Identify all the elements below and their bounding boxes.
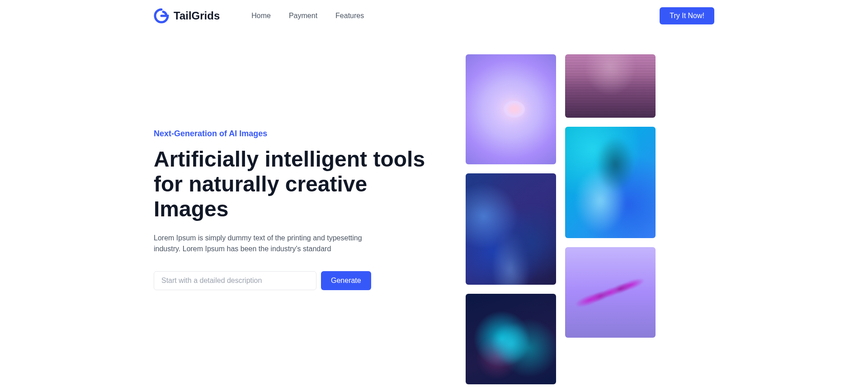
primary-nav: Home Payment Features <box>251 12 364 20</box>
brand-name: TailGrids <box>174 10 220 22</box>
gallery-column-2 <box>565 54 656 384</box>
gallery-image-oil-slick <box>466 294 556 384</box>
gallery-image-volcano <box>565 54 656 118</box>
hero-section: Next-Generation of AI Images Artificiall… <box>154 32 714 384</box>
nav-link-home[interactable]: Home <box>251 12 271 20</box>
nav-link-features[interactable]: Features <box>335 12 364 20</box>
site-header: TailGrids Home Payment Features Try It N… <box>154 0 714 32</box>
prompt-input[interactable] <box>154 271 316 290</box>
hero-headline: Artificially intelligent tools for natur… <box>154 147 443 222</box>
logo-icon <box>154 8 169 24</box>
gallery-image-liquid-metal <box>466 173 556 285</box>
gallery-image-brain <box>466 54 556 164</box>
brand-logo[interactable]: TailGrids <box>154 8 220 24</box>
hero-content: Next-Generation of AI Images Artificiall… <box>154 54 443 384</box>
gallery-image-spiral <box>565 247 656 338</box>
generate-button[interactable]: Generate <box>321 271 371 290</box>
hero-eyebrow: Next-Generation of AI Images <box>154 129 443 139</box>
image-gallery <box>466 54 656 384</box>
nav-link-payment[interactable]: Payment <box>289 12 317 20</box>
gallery-image-cyan-wave <box>565 127 656 238</box>
gallery-column-1 <box>466 54 556 384</box>
hero-description: Lorem Ipsum is simply dummy text of the … <box>154 233 371 255</box>
try-it-now-button[interactable]: Try It Now! <box>660 7 714 24</box>
prompt-form: Generate <box>154 271 443 290</box>
